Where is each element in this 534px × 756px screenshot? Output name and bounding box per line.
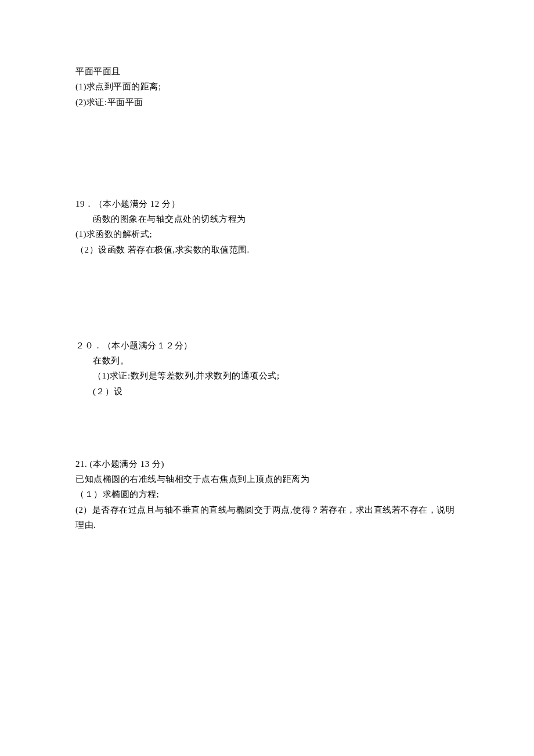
spacer <box>75 265 459 338</box>
spacer <box>75 407 459 456</box>
q20-line-1: 在数列。 <box>75 353 459 368</box>
q21-line-3: (2）是否存在过点且与轴不垂直的直线与椭圆交于两点,使得？若存在，求出直线若不存… <box>75 502 459 533</box>
question-19: 19．（本小题满分 12 分） 函数的图象在与轴交点处的切线方程为 (1)求函数… <box>75 196 459 257</box>
q18-line-1: 平面平面且 <box>75 64 459 79</box>
question-18-partial: 平面平面且 (1)求点到平面的距离; (2)求证:平面平面 <box>75 64 459 110</box>
q21-line-2: （１）求椭圆的方程; <box>75 487 459 502</box>
q20-line-3: (２）设 <box>75 384 459 399</box>
q19-line-2: (1)求函数的解析式; <box>75 226 459 242</box>
q19-line-1: 函数的图象在与轴交点处的切线方程为 <box>75 211 459 226</box>
q18-line-2: (1)求点到平面的距离; <box>75 79 459 94</box>
q20-header: ２０．（本小题满分１２分） <box>75 338 459 353</box>
q19-line-3: （2）设函数 若存在极值,求实数的取值范围. <box>75 242 459 257</box>
q21-line-1: 已知点椭圆的右准线与轴相交于点右焦点到上顶点的距离为 <box>75 471 459 487</box>
q20-line-2: （1)求证:数列是等差数列,并求数列的通项公式; <box>75 368 459 383</box>
q18-line-3: (2)求证:平面平面 <box>75 95 459 110</box>
q19-header: 19．（本小题满分 12 分） <box>75 196 459 211</box>
q21-header: 21. (本小题满分 13 分) <box>75 456 459 471</box>
spacer <box>75 118 459 196</box>
question-20: ２０．（本小题满分１２分） 在数列。 （1)求证:数列是等差数列,并求数列的通项… <box>75 338 459 399</box>
question-21: 21. (本小题满分 13 分) 已知点椭圆的右准线与轴相交于点右焦点到上顶点的… <box>75 456 459 532</box>
